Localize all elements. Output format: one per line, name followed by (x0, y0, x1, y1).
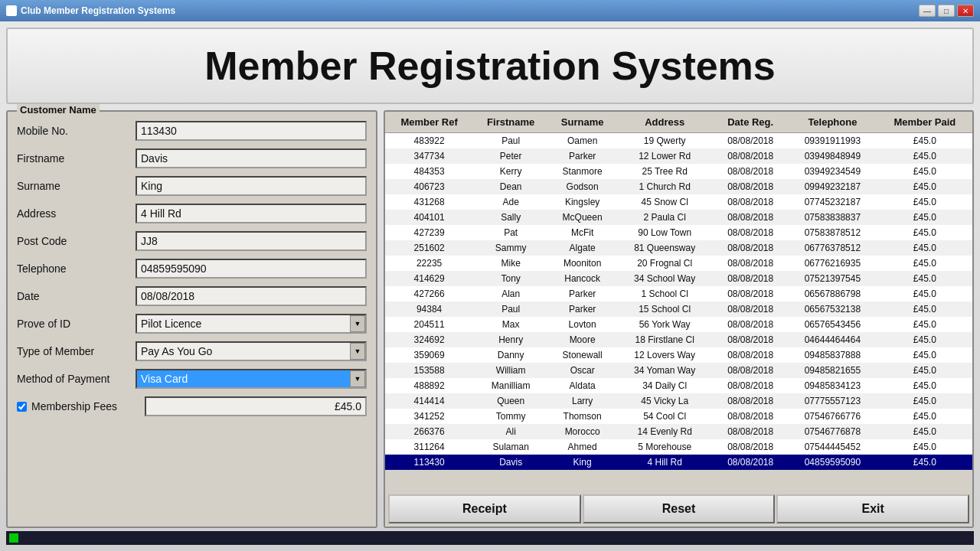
cell-firstname: Peter (473, 148, 548, 164)
address-input[interactable] (136, 204, 367, 223)
cell-member-ref: 359069 (385, 347, 473, 363)
cell-address: 90 Low Town (616, 225, 713, 240)
table-row[interactable]: 414414QueenLarry45 Vicky La08/08/2018077… (385, 393, 972, 409)
cell-member-paid: £45.0 (877, 194, 972, 210)
cell-date-reg.: 08/08/2018 (713, 210, 788, 225)
table-row[interactable]: 427239PatMcFit90 Low Town08/08/201807583… (385, 225, 972, 240)
status-bar (6, 531, 974, 545)
column-header-surname: Surname (548, 112, 616, 133)
cell-date-reg.: 08/08/2018 (713, 332, 788, 347)
cell-surname: Larry (548, 393, 616, 409)
table-row[interactable]: 359069DannyStonewall12 Lovers Way08/08/2… (385, 347, 972, 363)
maximize-button[interactable]: □ (938, 5, 955, 17)
cell-address: 12 Lovers Way (616, 347, 713, 363)
cell-surname: Hancock (548, 271, 616, 286)
table-row[interactable]: 311264SulamanAhmed5 Morehouse08/08/20180… (385, 439, 972, 455)
firstname-input[interactable] (136, 148, 367, 168)
cell-member-paid: £45.0 (877, 332, 972, 347)
mobile-row: Mobile No. (17, 121, 367, 141)
cell-member-paid: £45.0 (877, 256, 972, 271)
cell-telephone: 07546776878 (788, 424, 877, 439)
address-row: Address (17, 204, 367, 223)
cell-surname: Kingsley (548, 194, 616, 210)
cell-member-ref: 414414 (385, 393, 473, 409)
table-row[interactable]: 484353KerryStanmore25 Tree Rd08/08/20180… (385, 164, 972, 179)
cell-member-ref: 251602 (385, 240, 473, 256)
cell-address: 81 Queensway (616, 240, 713, 256)
date-label: Date (17, 290, 136, 302)
table-row[interactable]: 431268AdeKingsley45 Snow Cl08/08/2018077… (385, 194, 972, 210)
cell-telephone: 07583838837 (788, 210, 877, 225)
cell-date-reg.: 08/08/2018 (713, 133, 788, 149)
cell-date-reg.: 08/08/2018 (713, 409, 788, 424)
reset-button[interactable]: Reset (583, 494, 776, 523)
table-row[interactable]: 488892ManilliamAldata34 Daily Cl08/08/20… (385, 378, 972, 393)
receipt-button[interactable]: Receipt (388, 494, 581, 523)
cell-telephone: 06567532138 (788, 302, 877, 317)
cell-member-paid: £45.0 (877, 424, 972, 439)
form-panel: Customer Name Mobile No. Firstname Surna… (6, 110, 377, 528)
minimize-button[interactable]: — (919, 5, 936, 17)
type-member-row: Type of Member Pay As You GoMonthlyAnnua… (17, 341, 367, 361)
cell-telephone: 09949232187 (788, 179, 877, 194)
cell-address: 45 Snow Cl (616, 194, 713, 210)
table-row[interactable]: 341252TommyThomson54 Cool Cl08/08/201807… (385, 409, 972, 424)
cell-member-ref: 406723 (385, 179, 473, 194)
cell-telephone: 07745232187 (788, 194, 877, 210)
payment-select[interactable]: Visa CardMastercardCashBank Transfer (136, 369, 367, 389)
cell-member-paid: £45.0 (877, 240, 972, 256)
table-row[interactable]: 94384PaulParker15 School Cl08/08/2018065… (385, 302, 972, 317)
cell-firstname: Sulaman (473, 439, 548, 455)
fees-row: Membership Fees (17, 396, 367, 416)
cell-member-ref: 94384 (385, 302, 473, 317)
table-row[interactable]: 22235MikeMooniton20 Frognal Cl08/08/2018… (385, 256, 972, 271)
table-wrapper[interactable]: Member RefFirstnameSurnameAddressDate Re… (385, 112, 972, 491)
table-row[interactable]: 324692HenryMoore18 Firstlane Cl08/08/201… (385, 332, 972, 347)
table-row[interactable]: 414629TonyHancock34 School Way08/08/2018… (385, 271, 972, 286)
cell-firstname: Mike (473, 256, 548, 271)
table-row[interactable]: 153588WilliamOscar34 Yoman Way08/08/2018… (385, 363, 972, 378)
table-row[interactable]: 427266AlanParker1 School Cl08/08/2018065… (385, 286, 972, 302)
cell-surname: Parker (548, 286, 616, 302)
cell-telephone: 06576543456 (788, 317, 877, 332)
cell-member-paid: £45.0 (877, 378, 972, 393)
table-row[interactable]: 406723DeanGodson1 Church Rd08/08/2018099… (385, 179, 972, 194)
cell-member-paid: £45.0 (877, 210, 972, 225)
telephone-row: Telephone (17, 259, 367, 279)
prove-id-select[interactable]: Pilot LicencePassportDriving LicenceNati… (136, 314, 367, 334)
table-row[interactable]: 204511MaxLovton56 York Way08/08/20180657… (385, 317, 972, 332)
firstname-label: Firstname (17, 152, 136, 165)
cell-surname: Thomson (548, 409, 616, 424)
fees-input[interactable] (145, 396, 367, 416)
table-row[interactable]: 483922PaulOamen19 Qwerty08/08/2018093919… (385, 133, 972, 149)
table-row[interactable]: 251602SammyAlgate81 Queensway08/08/20180… (385, 240, 972, 256)
table-row[interactable]: 113430DavisKing4 Hill Rd08/08/2018048595… (385, 455, 972, 470)
cell-telephone: 04859595090 (788, 455, 877, 470)
surname-input[interactable] (136, 176, 367, 196)
column-header-member-ref: Member Ref (385, 112, 473, 133)
cell-member-paid: £45.0 (877, 164, 972, 179)
table-row[interactable]: 347734PeterParker12 Lower Rd08/08/201803… (385, 148, 972, 164)
cell-surname: Algate (548, 240, 616, 256)
table-row[interactable]: 266376AliMorocco14 Evenly Rd08/08/201807… (385, 424, 972, 439)
cell-date-reg.: 08/08/2018 (713, 317, 788, 332)
cell-member-paid: £45.0 (877, 409, 972, 424)
telephone-input[interactable] (136, 259, 367, 279)
cell-address: 18 Firstlane Cl (616, 332, 713, 347)
mobile-input[interactable] (136, 121, 367, 141)
type-member-select[interactable]: Pay As You GoMonthlyAnnualStudent (136, 341, 367, 361)
fees-checkbox[interactable] (17, 402, 27, 412)
members-table: Member RefFirstnameSurnameAddressDate Re… (385, 112, 972, 470)
cell-firstname: Ali (473, 424, 548, 439)
header-section: Member Registration Systems (6, 28, 974, 104)
cell-member-ref: 488892 (385, 378, 473, 393)
surname-label: Surname (17, 180, 136, 192)
table-row[interactable]: 404101SallyMcQueen2 Paula Cl08/08/201807… (385, 210, 972, 225)
cell-address: 34 School Way (616, 271, 713, 286)
postcode-input[interactable] (136, 231, 367, 251)
cell-telephone: 07775557123 (788, 393, 877, 409)
exit-button[interactable]: Exit (776, 494, 969, 523)
date-input[interactable] (136, 286, 367, 306)
cell-member-ref: 311264 (385, 439, 473, 455)
close-button[interactable]: ✕ (957, 5, 974, 17)
